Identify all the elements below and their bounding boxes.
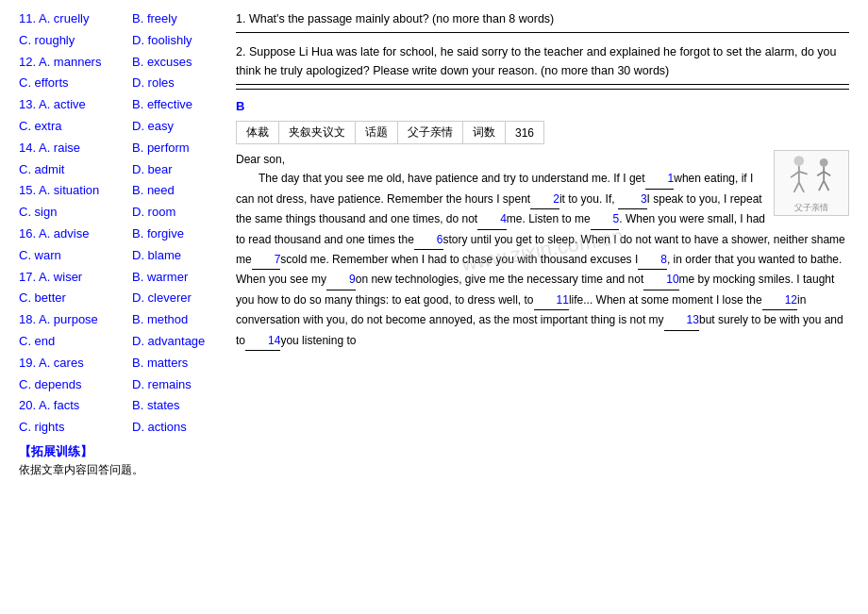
item-option-b: D. cleverer [132,289,192,308]
item-option-a: 18. A. purpose [19,310,132,330]
blank-12: 12 [762,290,797,310]
blank-13: 13 [664,310,699,330]
blank-1: 1 [645,169,675,189]
item-option-b: B. warmer [132,268,188,288]
item-row: 19. A. caresB. matters [19,354,226,373]
item-option-a: 12. A. manners [19,53,132,73]
item-option-b: B. effective [132,95,192,115]
blank-14: 14 [245,331,280,351]
item-row: 16. A. adviseB. forgive [19,224,226,244]
item-option-b: D. blame [132,246,181,266]
item-option-b: D. roles [132,74,175,93]
item-row: C. admitD. bear [19,160,226,180]
item-option-a: 11. A. cruelly [19,9,132,29]
extension-header: 【拓展训练】 [19,443,226,460]
svg-line-2 [791,172,799,177]
question-1-block: 1. What's the passage mainly about? (no … [236,9,849,33]
svg-line-9 [824,172,830,175]
dear-son: Dear son, [236,150,849,169]
svg-line-8 [817,172,824,175]
reading-section: www.zixin.com.cn [236,150,849,351]
item-option-a: C. rights [19,418,132,438]
item-option-a: C. end [19,332,132,352]
table-cell-words-val: 316 [506,122,544,144]
item-option-b: D. room [132,203,175,223]
item-row: 15. A. situationB. need [19,181,226,201]
item-option-b: D. bear [132,160,173,180]
item-row: C. roughlyD. foolishly [19,31,226,51]
item-row: 20. A. factsB. states [19,396,226,416]
item-option-a: 16. A. advise [19,224,132,244]
question-2-label: 2. Suppose Li Hua was late for school, h… [236,42,849,80]
item-row: C. dependsD. remains [19,375,226,395]
blank-4: 4 [477,209,507,229]
item-option-a: 20. A. facts [19,396,132,416]
reading-text: 父子亲情 Dear son, The day that you see me o… [236,150,849,351]
answer-line-2a [236,84,849,85]
right-column: 1. What's the passage mainly about? (no … [236,9,849,482]
item-row: C. rightsD. actions [19,418,226,438]
item-option-a: 14. A. raise [19,139,132,158]
item-option-b: B. states [132,396,180,416]
answer-line-2b [236,89,849,90]
item-row: C. signD. room [19,203,226,223]
left-column: 11. A. cruellyB. freely C. roughlyD. foo… [19,9,226,482]
svg-line-11 [824,181,828,191]
item-row: 17. A. wiserB. warmer [19,268,226,288]
item-row: C. extraD. easy [19,117,226,137]
table-cell-genre-val: 夹叙夹议文 [279,122,356,144]
item-row: 13. A. activeB. effective [19,95,226,115]
illustration-image: 父子亲情 [774,150,849,216]
blank-5: 5 [591,209,620,229]
item-option-b: B. matters [132,354,188,373]
svg-line-10 [819,181,824,191]
extension-sub: 依据文章内容回答问题。 [19,462,226,478]
blank-6: 6 [414,230,443,250]
blank-11: 11 [534,290,569,310]
item-option-a: C. warn [19,246,132,266]
item-option-a: C. sign [19,203,132,223]
item-option-b: B. excuses [132,53,192,73]
item-option-a: C. extra [19,117,132,137]
item-option-a: C. admit [19,160,132,180]
blank-10: 10 [643,270,678,290]
item-row: C. endD. advantage [19,332,226,352]
item-option-b: D. easy [132,117,174,137]
section-b-label: B [236,99,849,113]
item-row: C. warnD. blame [19,246,226,266]
table-cell-genre: 体裁 [237,122,279,144]
table-cell-topic: 话题 [356,122,398,144]
blank-8: 8 [638,250,667,270]
svg-point-0 [794,156,805,166]
blank-9: 9 [326,270,356,290]
svg-line-4 [794,182,799,192]
item-option-b: B. method [132,310,188,330]
item-option-a: C. efforts [19,74,132,93]
info-table: 体裁 夹叙夹议文 话题 父子亲情 词数 316 [236,121,544,144]
blank-2: 2 [530,190,559,209]
item-option-a: 13. A. active [19,95,132,115]
item-option-b: D. foolishly [132,31,192,51]
item-row: 14. A. raiseB. perform [19,139,226,158]
svg-line-3 [799,172,808,174]
question-1-label: 1. What's the passage mainly about? (no … [236,9,849,28]
table-wrapper: 体裁 夹叙夹议文 话题 父子亲情 词数 316 [236,121,849,144]
item-option-b: B. perform [132,139,190,158]
item-option-b: D. advantage [132,332,205,352]
answer-line-1 [236,32,849,33]
item-option-b: D. remains [132,375,192,395]
item-option-a: 17. A. wiser [19,268,132,288]
item-option-b: B. freely [132,9,177,29]
item-option-b: B. forgive [132,224,184,244]
svg-point-6 [820,158,828,167]
item-option-a: C. better [19,289,132,308]
item-row: C. betterD. cleverer [19,289,226,308]
item-option-b: B. need [132,181,175,201]
table-cell-topic-val: 父子亲情 [398,122,463,144]
item-row: 11. A. cruellyB. freely [19,9,226,29]
reading-paragraph: The day that you see me old, have patien… [236,169,849,351]
svg-line-5 [799,182,804,192]
item-row: C. effortsD. roles [19,74,226,93]
table-cell-words: 词数 [463,122,506,144]
blank-3: 3 [618,190,647,209]
